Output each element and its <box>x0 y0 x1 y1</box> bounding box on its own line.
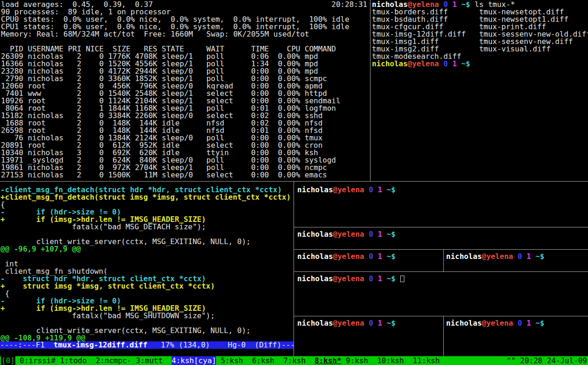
pane-shell-f[interactable]: nicholas@yelena 0 1 ~$ <box>294 316 443 356</box>
pane-shell-ls[interactable]: nicholas@yelena 0 1 ~$ ls tmux-*tmux-bor… <box>371 0 588 181</box>
pane-shell-d[interactable]: nicholas@yelena 0 1 ~$ <box>444 250 588 271</box>
pane-shell-c[interactable]: nicholas@yelena 0 1 ~$ <box>294 250 443 271</box>
shell-d-prompt: nicholas@yelena 0 1 ~$ <box>446 253 544 260</box>
pane-shell-g[interactable]: nicholas@yelena 0 1 ~$ <box>444 316 588 356</box>
pane-shell-b[interactable]: nicholas@yelena 0 1 ~$ <box>294 227 588 249</box>
tmux-status-bar: [0] 0:irssi# 1:todo 2:ncmpc- 3:mutt 4:ks… <box>0 356 588 365</box>
pane-emacs[interactable]: -client_msg_fn_detach(struct hdr *hdr, s… <box>0 182 294 356</box>
pane-shell-a[interactable]: nicholas@yelena 0 1 ~$ <box>294 182 588 227</box>
window-list[interactable]: [0] 0:irssi# 1:todo 2:ncmpc- 3:mutt 4:ks… <box>1 356 440 365</box>
pane-border-vertical-top[interactable] <box>370 0 371 181</box>
top-output: load averages: 0.45, 0.39, 0.37 20:28:31… <box>1 1 367 179</box>
pane-top-process-monitor[interactable]: load averages: 0.45, 0.39, 0.37 20:28:31… <box>0 0 370 181</box>
shell-a-prompt: nicholas@yelena 0 1 ~$ <box>297 186 396 194</box>
tmux-terminal: load averages: 0.45, 0.39, 0.37 20:28:31… <box>0 0 588 365</box>
shell-b-prompt: nicholas@yelena 0 1 ~$ <box>297 231 396 238</box>
shell-f-prompt: nicholas@yelena 0 1 ~$ <box>297 320 396 327</box>
shell-g-prompt: nicholas@yelena 0 1 ~$ <box>446 320 544 327</box>
shell-ls-output: nicholas@yelena 0 1 ~$ ls tmux-*tmux-bor… <box>372 1 588 68</box>
shell-c-prompt: nicholas@yelena 0 1 ~$ <box>297 253 396 260</box>
emacs-modeline: ----:---F1 tmux-imsg-12diff.diff 17% (13… <box>0 341 294 349</box>
emacs-diff-buffer: -client_msg_fn_detach(struct hdr *hdr, s… <box>0 186 291 342</box>
pane-shell-e-active[interactable]: nicholas@yelena 0 1 ~$ <box>294 272 588 316</box>
status-right-clock: "" 20:28 24-Jul-09 <box>507 356 587 365</box>
shell-e-prompt: nicholas@yelena 0 1 ~$ <box>297 275 404 283</box>
